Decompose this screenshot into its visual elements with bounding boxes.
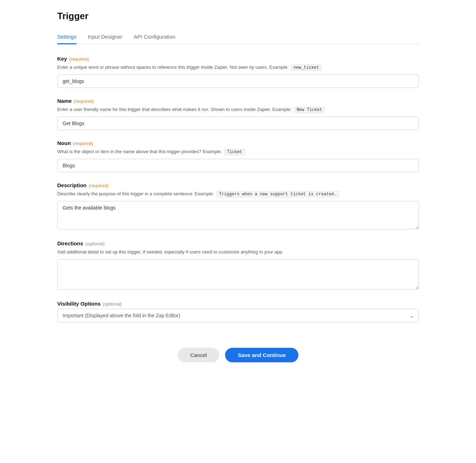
visibility-label: Visibility Options(optional) (57, 301, 419, 307)
page-title: Trigger (57, 11, 419, 22)
name-description: Enter a user friendly name for this trig… (57, 106, 419, 113)
key-description: Enter a unique word or phrase without sp… (57, 64, 419, 71)
name-example: New Ticket (294, 107, 325, 113)
key-input[interactable] (57, 74, 419, 88)
save-continue-button[interactable]: Save and Continue (225, 348, 298, 362)
noun-section: Noun(required) What is the object or ite… (57, 140, 419, 172)
name-label: Name(required) (57, 98, 419, 104)
directions-description: Add additional detail to set up this tri… (57, 249, 419, 256)
visibility-section: Visibility Options(optional) Important (… (57, 301, 419, 322)
description-example: Triggers when a new support ticket is cr… (217, 191, 339, 197)
tab-settings[interactable]: Settings (57, 30, 77, 44)
noun-description: What is the object or item in the name a… (57, 148, 419, 155)
visibility-select[interactable]: Important (Displayed above the fold in t… (57, 309, 419, 322)
description-description: Describe clearly the purpose of this tri… (57, 190, 419, 197)
directions-textarea[interactable] (57, 259, 419, 290)
tab-api-configuration[interactable]: API Configuration (134, 30, 175, 44)
tab-bar: Settings Input Designer API Configuratio… (57, 30, 419, 44)
visibility-select-wrapper: Important (Displayed above the fold in t… (57, 309, 419, 322)
name-input[interactable] (57, 117, 419, 130)
description-label: Description(required) (57, 182, 419, 188)
description-section: Description(required) Describe clearly t… (57, 182, 419, 230)
description-textarea[interactable]: Gets the available blogs (57, 201, 419, 229)
footer-actions: Cancel Save and Continue (57, 339, 419, 362)
noun-example: Ticket (224, 149, 245, 155)
key-section: Key(required) Enter a unique word or phr… (57, 56, 419, 88)
key-label: Key(required) (57, 56, 419, 62)
noun-label: Noun(required) (57, 140, 419, 146)
noun-input[interactable] (57, 159, 419, 172)
directions-label: Directions(optional) (57, 240, 419, 246)
name-section: Name(required) Enter a user friendly nam… (57, 98, 419, 130)
key-example: new_ticket (291, 65, 321, 71)
tab-input-designer[interactable]: Input Designer (88, 30, 123, 44)
directions-section: Directions(optional) Add additional deta… (57, 240, 419, 291)
cancel-button[interactable]: Cancel (178, 348, 220, 362)
